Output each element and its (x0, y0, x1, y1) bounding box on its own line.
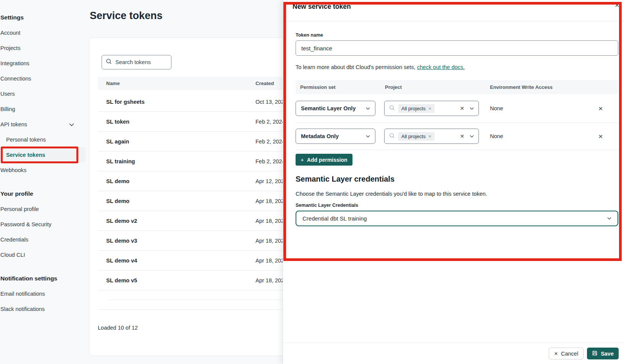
project-chip-label: All projects (401, 134, 426, 139)
project-chip: All projects✕ (398, 104, 435, 113)
sidebar-item-slack-notifications[interactable]: Slack notifications (0, 301, 83, 317)
column-header-environment-write-access: Environment Write Access (490, 84, 618, 90)
add-permission-label: Add permission (307, 157, 348, 163)
chevron-down-icon (366, 135, 370, 138)
permission-row: Metadata Only All projects✕ ✕ (296, 123, 618, 150)
chevron-down-icon (366, 107, 370, 110)
sidebar-item-billing[interactable]: Billing (0, 101, 83, 117)
sidebar-section-settings: Settings (0, 10, 83, 25)
docs-helper-text: To learn more about dbt Cloud's permissi… (296, 64, 465, 70)
credentials-selected-value: Credential dbt SL training (302, 215, 367, 222)
token-name-cell: SL demo v2 (98, 218, 255, 224)
sidebar-item-credentials[interactable]: Credentials (0, 232, 83, 247)
load-status: Loaded 10 of 12 (98, 325, 138, 331)
sidebar-item-email-notifications[interactable]: Email notifications (0, 286, 83, 301)
token-name-cell: SL demo v4 (98, 258, 255, 264)
remove-permission-icon[interactable]: ✕ (598, 134, 603, 139)
sidebar-item-personal-profile[interactable]: Personal profile (0, 201, 83, 217)
remove-permission-icon[interactable]: ✕ (598, 106, 603, 111)
sidebar-item-projects[interactable]: Projects (0, 40, 83, 56)
sidebar-item-label: API tokens (0, 121, 27, 127)
sidebar-item-account[interactable]: Account (0, 25, 83, 40)
close-icon[interactable]: ✕ (614, 2, 619, 8)
token-name-input[interactable] (296, 40, 618, 56)
project-chip: All projects✕ (398, 132, 435, 141)
token-name-cell: SL demo (98, 198, 255, 204)
permission-set-select[interactable]: Semantic Layer Only (296, 101, 375, 116)
token-name-cell: SL for gsheets (98, 99, 255, 105)
permission-set-value: Metadata Only (301, 133, 339, 139)
drawer-title: New service token (293, 3, 351, 11)
search-icon (389, 133, 395, 140)
project-chip-label: All projects (401, 106, 426, 111)
sidebar-section-your-profile: Your profile (0, 186, 83, 201)
close-icon: ✕ (554, 351, 558, 356)
plus-icon: + (301, 156, 304, 163)
permission-row: Semantic Layer Only All projects✕ ✕ (296, 94, 618, 123)
permissions-header-row: Permission set Project Environment Write… (296, 80, 618, 94)
chevron-down-icon (607, 217, 611, 220)
sidebar-item-users[interactable]: Users (0, 86, 83, 101)
project-multiselect[interactable]: All projects✕ ✕ (384, 101, 479, 116)
token-name-cell: SL demo v3 (98, 238, 255, 244)
project-multiselect[interactable]: All projects✕ ✕ (384, 129, 479, 144)
docs-text: To learn more about dbt Cloud's permissi… (296, 64, 417, 70)
search-icon (389, 105, 395, 112)
chevron-down-icon[interactable] (470, 135, 474, 138)
cancel-button[interactable]: ✕ Cancel (549, 348, 584, 359)
page-title: Service tokens (90, 10, 163, 22)
settings-sidebar: Settings Account Projects Integrations C… (0, 0, 83, 364)
add-permission-button[interactable]: + Add permission (296, 154, 352, 166)
search-tokens-box (102, 55, 171, 69)
sidebar-item-webhooks[interactable]: Webhooks (0, 163, 83, 178)
sidebar-item-personal-tokens[interactable]: Personal tokens (0, 132, 83, 147)
sidebar-item-cloud-cli[interactable]: Cloud CLI (0, 247, 83, 263)
semantic-layer-credentials-heading: Semantic Layer credentials (296, 175, 394, 184)
sidebar-item-password-security[interactable]: Password & Security (0, 217, 83, 232)
cancel-label: Cancel (561, 351, 578, 357)
token-name-cell: SL demo (98, 178, 255, 184)
save-label: Save (601, 351, 614, 357)
new-service-token-drawer: New service token ✕ Token name To learn … (283, 0, 624, 364)
sidebar-item-integrations[interactable]: Integrations (0, 56, 83, 71)
save-button[interactable]: Save (587, 348, 619, 359)
token-name-cell: SL demo v5 (98, 277, 255, 283)
column-header-project: Project (385, 84, 490, 90)
permissions-grid: Permission set Project Environment Write… (296, 80, 618, 150)
token-name-cell: SL token (98, 119, 255, 125)
sidebar-item-label: Service tokens (6, 152, 45, 158)
drawer-header-divider (283, 21, 624, 21)
semantic-layer-credentials-select[interactable]: Credential dbt SL training (296, 211, 618, 226)
sidebar-item-api-tokens[interactable]: API tokens (0, 117, 83, 132)
chevron-down-icon (69, 121, 74, 127)
sidebar-item-service-tokens[interactable]: Service tokens (0, 147, 83, 163)
chevron-down-icon[interactable] (470, 107, 474, 110)
semantic-layer-credentials-description: Choose the Semantic Layer credentials yo… (296, 191, 487, 197)
chip-remove-icon[interactable]: ✕ (428, 106, 432, 111)
column-header-name: Name (98, 81, 255, 86)
clear-selection-icon[interactable]: ✕ (460, 133, 464, 139)
token-name-label: Token name (296, 32, 323, 38)
semantic-layer-credentials-label: Semantic Layer Credentials (296, 203, 358, 208)
search-icon (106, 58, 112, 66)
docs-link[interactable]: check out the docs. (417, 64, 465, 70)
token-name-cell: SL training (98, 158, 255, 164)
column-header-permission-set: Permission set (296, 84, 385, 90)
chip-remove-icon[interactable]: ✕ (428, 134, 432, 139)
drawer-footer: ✕ Cancel Save (283, 343, 624, 364)
save-icon (592, 350, 601, 357)
token-name-cell: SL again (98, 139, 255, 145)
permission-set-select[interactable]: Metadata Only (296, 129, 375, 144)
search-input[interactable] (115, 59, 167, 65)
sidebar-item-connections[interactable]: Connections (0, 71, 83, 86)
permission-set-value: Semantic Layer Only (301, 105, 356, 111)
clear-selection-icon[interactable]: ✕ (460, 105, 464, 111)
sidebar-section-notification-settings: Notification settings (0, 271, 83, 286)
